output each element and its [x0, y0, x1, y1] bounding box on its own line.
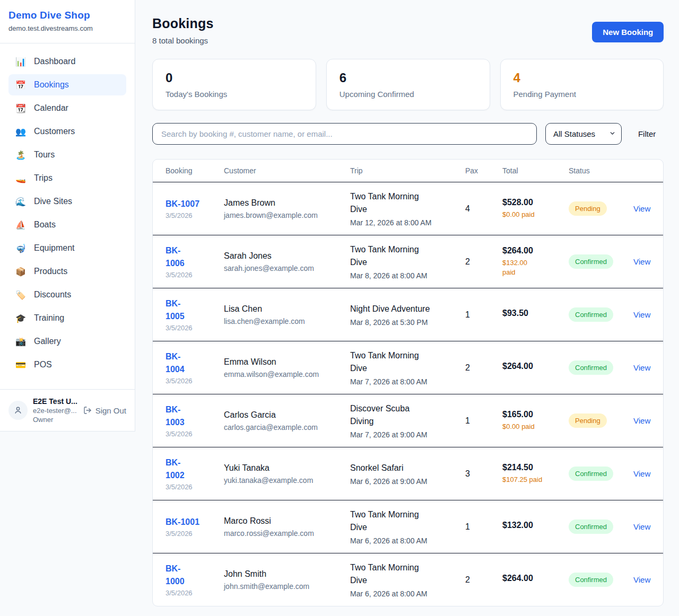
booking-id-link[interactable]: BK-1002	[166, 456, 224, 481]
status-badge: Confirmed	[569, 573, 613, 587]
search-input[interactable]	[152, 123, 537, 145]
view-link[interactable]: View	[633, 522, 650, 531]
customer-name: Emma Wilson	[224, 357, 350, 367]
sailboat-icon: ⛵	[15, 220, 27, 230]
bookings-table: Booking Customer Trip Pax Total Status B…	[152, 159, 664, 606]
page: Demo Dive Shop demo.test.divestreams.com…	[0, 0, 679, 606]
view-link[interactable]: View	[633, 363, 650, 372]
sidebar-item-calendar[interactable]: 📆 Calendar	[8, 98, 126, 119]
view-link[interactable]: View	[633, 204, 650, 213]
sidebar-item-label: Dashboard	[34, 57, 75, 66]
booking-id-link[interactable]: BK-1001	[166, 516, 224, 528]
sidebar-item-pos[interactable]: 💳 POS	[8, 354, 126, 375]
island-icon: 🏝️	[15, 150, 27, 160]
status-filter-select[interactable]: All Statuses	[545, 123, 622, 145]
customer-email: sarah.jones@example.com	[224, 264, 350, 272]
sidebar-item-gallery[interactable]: 📸 Gallery	[8, 331, 126, 352]
trip-name: Two Tank MorningDive	[350, 243, 465, 269]
booking-id-link[interactable]: BK-1007	[166, 198, 224, 210]
graduation-cap-icon: 🎓	[15, 313, 27, 323]
sidebar-item-training[interactable]: 🎓 Training	[8, 307, 126, 329]
customer-name: James Brown	[224, 198, 350, 208]
view-link[interactable]: View	[633, 416, 650, 425]
view-link[interactable]: View	[633, 257, 650, 266]
status-badge: Confirmed	[569, 520, 613, 534]
sidebar-item-label: Gallery	[34, 337, 61, 346]
trip-name: Two Tank MorningDive	[350, 349, 465, 375]
toolbar: All Statuses Filter	[152, 123, 664, 145]
pax-count: 1	[465, 522, 502, 532]
booking-id-link[interactable]: BK-1004	[166, 350, 224, 375]
stat-value: 4	[513, 71, 651, 85]
customer-name: Marco Rossi	[224, 516, 350, 526]
view-link[interactable]: View	[633, 469, 650, 478]
sidebar-header: Demo Dive Shop demo.test.divestreams.com	[0, 0, 135, 43]
total-amount: $93.50	[502, 309, 569, 318]
pax-count: 2	[465, 257, 502, 267]
view-link[interactable]: View	[633, 310, 650, 319]
tag-icon: 🏷️	[15, 290, 27, 300]
customer-email: marco.rossi@example.com	[224, 529, 350, 538]
table-row: BK-1005 3/5/2026 Lisa Chen lisa.chen@exa…	[153, 288, 663, 341]
customer-email: emma.wilson@example.com	[224, 370, 350, 379]
customer-email: carlos.garcia@example.com	[224, 423, 350, 432]
pax-count: 4	[465, 204, 502, 214]
package-icon: 📦	[15, 267, 27, 277]
sidebar-item-discounts[interactable]: 🏷️ Discounts	[8, 284, 126, 305]
user-avatar	[8, 401, 28, 420]
trip-datetime: Mar 6, 2026 at 8:00 AM	[350, 589, 465, 598]
sidebar-item-label: POS	[34, 360, 52, 369]
sidebar-item-dive-sites[interactable]: 🌊 Dive Sites	[8, 191, 126, 212]
stat-card-pending-payment: 4 Pending Payment	[500, 59, 664, 110]
booking-date: 3/5/2026	[166, 212, 224, 219]
booking-id-link[interactable]: BK-1003	[166, 403, 224, 428]
customer-email: james.brown@example.com	[224, 211, 350, 219]
trip-datetime: Mar 6, 2026 at 9:00 AM	[350, 477, 465, 486]
table-row: BK-1002 3/5/2026 Yuki Tanaka yuki.tanaka…	[153, 447, 663, 500]
sign-out-button[interactable]: Sign Out	[83, 406, 126, 415]
col-trip: Trip	[350, 166, 465, 175]
filter-button[interactable]: Filter	[630, 129, 664, 138]
table-row: BK-1001 3/5/2026 Marco Rossi marco.rossi…	[153, 500, 663, 553]
table-header: Booking Customer Trip Pax Total Status	[153, 160, 663, 182]
sidebar-item-label: Bookings	[34, 80, 69, 90]
booking-id-link[interactable]: BK-1000	[166, 562, 224, 587]
booking-date: 3/5/2026	[166, 324, 224, 332]
paid-amount: $132.00paid	[502, 258, 569, 277]
total-amount: $264.00	[502, 574, 569, 583]
stat-value: 0	[166, 71, 303, 85]
sidebar-item-customers[interactable]: 👥 Customers	[8, 121, 126, 142]
col-pax: Pax	[465, 166, 502, 175]
pax-count: 1	[465, 416, 502, 426]
view-link[interactable]: View	[633, 575, 650, 584]
pax-count: 2	[465, 575, 502, 585]
page-header: Bookings 8 total bookings New Booking	[152, 16, 664, 45]
new-booking-button[interactable]: New Booking	[592, 22, 664, 42]
paid-amount: $0.00 paid	[502, 210, 569, 219]
customer-name: Yuki Tanaka	[224, 463, 350, 473]
sidebar-item-label: Calendar	[34, 103, 68, 113]
sidebar-item-dashboard[interactable]: 📊 Dashboard	[8, 51, 126, 72]
total-amount: $264.00	[502, 362, 569, 371]
booking-id-link[interactable]: BK-1006	[166, 244, 224, 269]
status-badge: Confirmed	[569, 467, 613, 481]
sidebar-item-equipment[interactable]: 🤿 Equipment	[8, 237, 126, 259]
stat-value: 6	[340, 71, 477, 85]
booking-id-link[interactable]: BK-1005	[166, 297, 224, 322]
table-row: BK-1000 3/5/2026 John Smith john.smith@e…	[153, 553, 663, 606]
sidebar-item-tours[interactable]: 🏝️ Tours	[8, 144, 126, 165]
sidebar-item-products[interactable]: 📦 Products	[8, 261, 126, 282]
status-badge: Pending	[569, 201, 607, 216]
sidebar-item-bookings[interactable]: 📅 Bookings	[8, 74, 126, 95]
person-icon	[13, 406, 23, 415]
pax-count: 3	[465, 469, 502, 479]
user-email: e2e-tester@...	[33, 407, 78, 415]
total-amount: $132.00	[502, 521, 569, 530]
sidebar-item-trips[interactable]: 🚤 Trips	[8, 168, 126, 189]
stat-label: Pending Payment	[513, 90, 651, 99]
sidebar: Demo Dive Shop demo.test.divestreams.com…	[0, 0, 135, 432]
trip-name: Two Tank MorningDive	[350, 190, 465, 216]
trip-datetime: Mar 6, 2026 at 8:00 AM	[350, 536, 465, 545]
sidebar-item-label: Dive Sites	[34, 197, 72, 206]
sidebar-item-boats[interactable]: ⛵ Boats	[8, 214, 126, 235]
